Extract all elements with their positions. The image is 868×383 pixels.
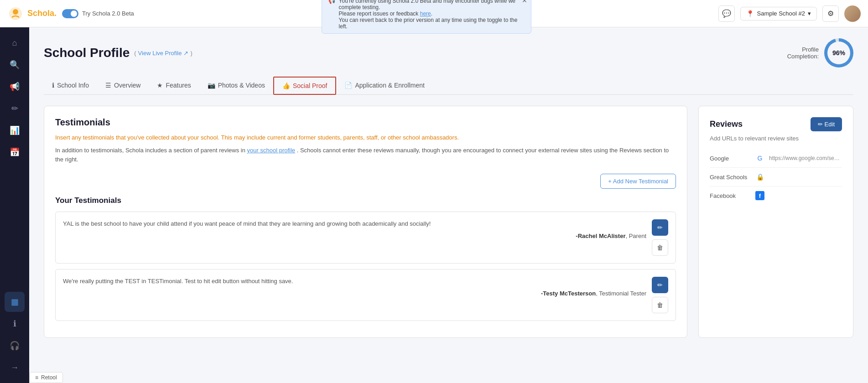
testimonial-author-1: -Rachel McAlister, Parent: [63, 233, 646, 239]
google-url: https://www.google.com/search?q=schola%2…: [769, 155, 842, 161]
beta-msg-2: Please report issues or feedback: [339, 10, 419, 17]
testimonial-card-1: YAL is the best school to have your chil…: [55, 212, 676, 264]
testimonial-text-2: We're really putting the TEST in TESTimo…: [63, 277, 646, 286]
main-content: School Profile View Live Profile ↗ Profi…: [29, 27, 868, 383]
testimonial-role-2: Testimonial Tester: [599, 290, 646, 297]
edit-testimonial-2-button[interactable]: ✏: [652, 277, 668, 293]
tab-school-info[interactable]: ℹ School Info: [44, 77, 97, 94]
sidebar-item-dashboard[interactable]: ▦: [5, 292, 25, 312]
sidebar-item-announcements[interactable]: 📢: [5, 77, 25, 97]
testimonial-content-2: We're really putting the TEST in TESTimo…: [63, 277, 646, 313]
sidebar: ⌂ 🔍 📢 ✏ 📊 📅 ▦ ℹ 🎧 →: [0, 27, 29, 383]
chat-icon[interactable]: 💬: [718, 5, 735, 22]
review-row-facebook: Facebook f: [710, 186, 842, 205]
logo: Schola.: [7, 5, 57, 22]
review-row-greatschools: Great Schools 🔒: [710, 168, 842, 186]
delete-testimonial-2-button[interactable]: 🗑: [652, 297, 668, 313]
beta-banner-wrap: 📢 You're currently using Schola 2.0 Beta…: [134, 0, 719, 34]
completion-label: ProfileCompletion:: [787, 46, 819, 60]
main-layout: ⌂ 🔍 📢 ✏ 📊 📅 ▦ ℹ 🎧 → School Profile View …: [0, 27, 868, 383]
testimonial-actions-2: ✏ 🗑: [652, 277, 668, 313]
completion-wrap: ProfileCompletion: 96%: [787, 38, 853, 67]
sidebar-item-edit[interactable]: ✏: [5, 98, 25, 119]
testimonials-desc1: Insert any testimonials that you've coll…: [55, 133, 676, 142]
tab-application-enrollment[interactable]: 📄 Application & Enrollment: [336, 77, 433, 94]
info-icon: ℹ: [52, 82, 54, 89]
testimonial-card-2: We're really putting the TEST in TESTimo…: [55, 269, 676, 321]
retool-bar[interactable]: ≡ Retool: [29, 372, 63, 383]
pin-icon: 📍: [746, 10, 754, 17]
topbar-right: 💬 📍 Sample School #2 ▾ ⚙: [718, 5, 861, 22]
testimonial-text-1: YAL is the best school to have your chil…: [63, 219, 646, 229]
school-selector[interactable]: 📍 Sample School #2 ▾: [740, 7, 817, 21]
testimonial-author-2: -Testy McTesterson, Testimonial Tester: [63, 290, 646, 297]
beta-text: You're currently using Schola 2.0 Beta a…: [339, 0, 525, 30]
school-profile-link[interactable]: your school profile: [247, 147, 296, 154]
page-header: School Profile View Live Profile ↗ Profi…: [44, 38, 853, 67]
facebook-icon: f: [755, 191, 764, 200]
gear-icon[interactable]: ⚙: [822, 5, 839, 22]
beta-toggle[interactable]: [62, 9, 78, 18]
star-icon: ★: [157, 82, 163, 89]
review-row-google: Google G https://www.google.com/search?q…: [710, 149, 842, 168]
google-icon: G: [755, 154, 764, 163]
avatar-image: [844, 5, 861, 22]
retool-icon: ≡: [35, 374, 38, 381]
tab-social-proof[interactable]: 👍 Social Proof: [273, 77, 336, 95]
testimonial-role-1: Parent: [629, 233, 646, 239]
testimonials-panel: Testimonials Insert any testimonials tha…: [44, 106, 687, 338]
sidebar-item-analytics[interactable]: 📊: [5, 120, 25, 140]
view-live-label: View Live Profile: [138, 50, 182, 57]
avatar[interactable]: [844, 5, 861, 22]
beta-banner: 📢 You're currently using Schola 2.0 Beta…: [322, 0, 531, 34]
delete-testimonial-1-button[interactable]: 🗑: [652, 239, 668, 256]
page-title-wrap: School Profile View Live Profile ↗: [44, 46, 192, 60]
tab-photos-videos[interactable]: 📷 Photos & Videos: [199, 77, 273, 94]
tab-overview-label: Overview: [114, 82, 140, 89]
sidebar-item-forward[interactable]: →: [5, 357, 25, 378]
lock-icon: 🔒: [755, 172, 764, 181]
reviews-header: Reviews ✏ Edit: [710, 117, 842, 131]
beta-toggle-wrap: Try Schola 2.0 Beta: [62, 9, 134, 18]
desc2-before: In addition to testimonials, Schola incl…: [55, 147, 245, 154]
camera-icon: 📷: [208, 82, 215, 89]
sidebar-bottom: ▦ ℹ 🎧 →: [5, 292, 25, 378]
chevron-down-icon: ▾: [808, 10, 811, 17]
view-live-link[interactable]: View Live Profile ↗: [134, 50, 192, 57]
reviews-subtitle: Add URLs to relevant review sites: [710, 135, 842, 142]
testimonials-desc2: In addition to testimonials, Schola incl…: [55, 146, 676, 165]
reviews-title: Reviews: [710, 119, 743, 129]
close-icon[interactable]: ✕: [522, 0, 527, 4]
svg-point-1: [13, 9, 18, 15]
page-title: School Profile: [44, 46, 130, 60]
tab-application-label: Application & Enrollment: [355, 82, 425, 89]
edit-testimonial-1-button[interactable]: ✏: [652, 219, 668, 236]
sidebar-item-home[interactable]: ⌂: [5, 33, 25, 53]
completion-circle: 96%: [824, 38, 853, 67]
beta-link[interactable]: here: [420, 10, 431, 17]
sidebar-item-support[interactable]: 🎧: [5, 336, 25, 356]
thumbsup-icon: 👍: [282, 82, 290, 89]
sidebar-item-calendar[interactable]: 📅: [5, 142, 25, 162]
beta-msg-1: You're currently using Schola 2.0 Beta a…: [339, 0, 515, 10]
testimonials-title: Testimonials: [55, 117, 676, 128]
google-label: Google: [710, 155, 751, 162]
content-grid: Testimonials Insert any testimonials tha…: [44, 106, 853, 338]
logo-text: Schola.: [27, 9, 57, 18]
tab-photos-label: Photos & Videos: [218, 82, 265, 89]
topbar: Schola. Try Schola 2.0 Beta 📢 You're cur…: [0, 0, 868, 27]
megaphone-icon: 📢: [328, 0, 335, 4]
testimonial-author-name-1: -Rachel McAlister: [576, 233, 625, 239]
document-icon: 📄: [344, 82, 352, 89]
add-testimonial-button[interactable]: + Add New Testimonial: [600, 174, 676, 189]
completion-percent: 96%: [832, 49, 845, 57]
greatschools-label: Great Schools: [710, 174, 751, 181]
beta-msg-3: You can revert back to the prior version…: [339, 17, 518, 30]
tab-overview[interactable]: ☰ Overview: [97, 77, 149, 94]
reviews-edit-button[interactable]: ✏ Edit: [811, 117, 842, 131]
tab-school-info-label: School Info: [57, 82, 89, 89]
tab-features[interactable]: ★ Features: [149, 77, 199, 94]
sidebar-item-search[interactable]: 🔍: [5, 55, 25, 75]
tab-social-proof-label: Social Proof: [293, 82, 327, 89]
sidebar-item-info[interactable]: ℹ: [5, 314, 25, 334]
